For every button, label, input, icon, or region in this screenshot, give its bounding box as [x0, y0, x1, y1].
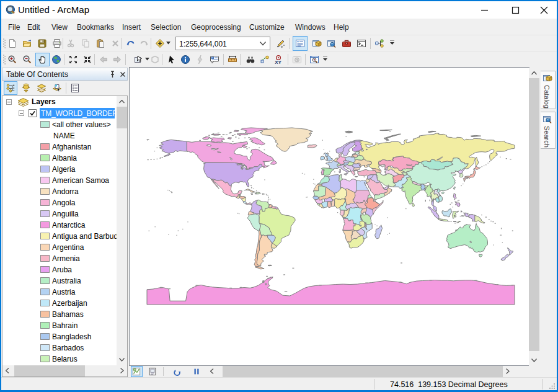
svg-text:XY: XY: [275, 60, 281, 65]
